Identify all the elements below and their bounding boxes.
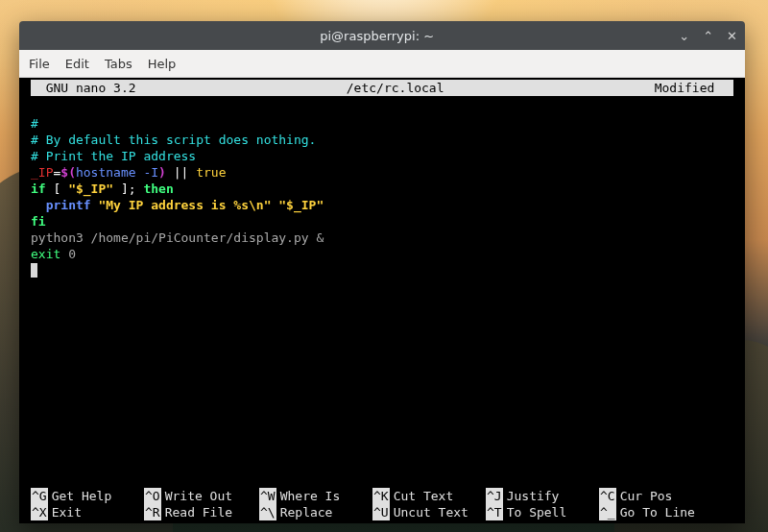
shortcut-get-help[interactable]: ^GGet Help [31, 488, 144, 504]
menu-tabs[interactable]: Tabs [105, 57, 132, 71]
window-close-icon[interactable]: ✕ [727, 29, 737, 43]
code-line: if [ "$_IP" ]; then [31, 181, 733, 197]
shortcut-label: Uncut Text [390, 504, 468, 520]
nano-version: GNU nano 3.2 [31, 80, 136, 96]
nano-modified-flag: Modified [655, 80, 733, 96]
shortcut-read-file[interactable]: ^RRead File [144, 504, 259, 520]
shortcut-where-is[interactable]: ^WWhere Is [259, 488, 372, 504]
menubar: File Edit Tabs Help [19, 50, 745, 78]
shortcut-key: ^G [31, 488, 48, 504]
menu-edit[interactable]: Edit [65, 57, 89, 71]
menu-file[interactable]: File [29, 57, 50, 71]
terminal-area[interactable]: GNU nano 3.2 /etc/rc.local Modified # # … [19, 78, 745, 523]
shortcut-key: ^T [486, 504, 503, 520]
text-cursor [31, 263, 37, 278]
shortcut-key: ^O [144, 488, 161, 504]
shortcut-key: ^K [372, 488, 390, 504]
nano-statusbar: GNU nano 3.2 /etc/rc.local Modified [31, 80, 733, 96]
window-title: pi@raspberrypi: ~ [75, 29, 679, 43]
shortcut-uncut-text[interactable]: ^UUncut Text [372, 504, 486, 520]
shortcut-key: ^C [599, 488, 616, 504]
cursor-line [31, 262, 733, 278]
shortcut-key: ^J [486, 488, 503, 504]
shortcut-label: Replace [276, 504, 333, 520]
window-minimize-icon[interactable]: ⌄ [679, 29, 689, 43]
code-line: exit 0 [31, 246, 733, 262]
shortcut-label: Read File [161, 504, 232, 520]
shortcut-label: Justify [503, 488, 560, 504]
shortcut-go-to-line[interactable]: ^_Go To Line [599, 504, 724, 520]
code-line: # [31, 115, 733, 132]
shortcut-label: Cur Pos [616, 488, 673, 504]
shortcut-label: Cut Text [390, 488, 454, 504]
shortcut-label: Exit [48, 504, 82, 520]
shortcut-key: ^W [259, 488, 276, 504]
shortcut-write-out[interactable]: ^OWrite Out [144, 488, 259, 504]
code-line: printf "My IP address is %s\n" "$_IP" [31, 197, 733, 213]
code-line: _IP=$(hostname -I) || true [31, 164, 733, 181]
shortcut-label: Go To Line [616, 504, 695, 520]
shortcut-key: ^X [31, 504, 48, 520]
shortcut-key: ^_ [599, 504, 616, 520]
shortcut-replace[interactable]: ^\Replace [259, 504, 372, 520]
window-titlebar[interactable]: pi@raspberrypi: ~ ⌄ ⌃ ✕ [19, 21, 745, 50]
shortcut-label: Get Help [48, 488, 112, 504]
nano-filename: /etc/rc.local [136, 80, 655, 96]
shortcut-justify[interactable]: ^JJustify [486, 488, 599, 504]
shortcut-cur-pos[interactable]: ^CCur Pos [599, 488, 724, 504]
shortcut-key: ^U [372, 504, 390, 520]
window-maximize-icon[interactable]: ⌃ [703, 29, 713, 43]
menu-help[interactable]: Help [148, 57, 177, 71]
shortcut-key: ^\ [259, 504, 276, 520]
shortcut-key: ^R [144, 504, 161, 520]
shortcut-to-spell[interactable]: ^TTo Spell [486, 504, 599, 520]
code-line: python3 /home/pi/PiCounter/display.py & [31, 230, 733, 246]
shortcut-cut-text[interactable]: ^KCut Text [372, 488, 486, 504]
shortcut-label: Write Out [161, 488, 232, 504]
code-line: # Print the IP address [31, 148, 733, 164]
shortcut-label: To Spell [503, 504, 567, 520]
shortcut-label: Where Is [276, 488, 341, 504]
nano-shortcut-bar: ^GGet Help^OWrite Out^WWhere Is^KCut Tex… [23, 488, 741, 520]
code-line: # By default this script does nothing. [31, 132, 733, 148]
terminal-window: pi@raspberrypi: ~ ⌄ ⌃ ✕ File Edit Tabs H… [19, 21, 745, 523]
code-line: fi [31, 213, 733, 230]
shortcut-exit[interactable]: ^XExit [31, 504, 144, 520]
nano-editor[interactable]: # # By default this script does nothing.… [23, 99, 741, 278]
